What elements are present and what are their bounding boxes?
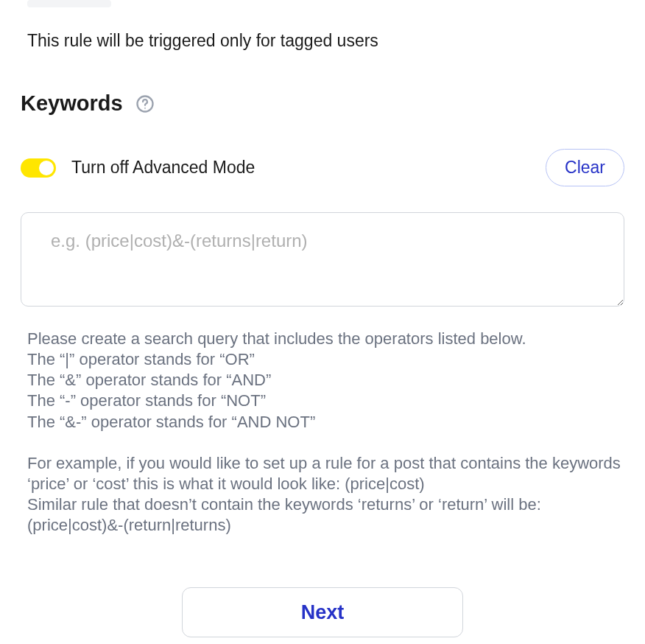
help-example-1: For example, if you would like to set up…	[27, 453, 624, 494]
next-button-wrapper: Next	[21, 587, 624, 637]
svg-point-1	[144, 107, 146, 108]
help-intro: Please create a search query that includ…	[27, 329, 624, 349]
keywords-help-text: Please create a search query that includ…	[27, 329, 624, 536]
advanced-mode-left: Turn off Advanced Mode	[21, 158, 255, 178]
keywords-title: Keywords	[21, 91, 123, 116]
advanced-mode-row: Turn off Advanced Mode Clear	[21, 149, 624, 186]
help-line-and: The “&” operator stands for “AND”	[27, 370, 624, 391]
toggle-knob	[39, 161, 54, 175]
keywords-section-header: Keywords	[21, 91, 624, 116]
clear-button[interactable]: Clear	[546, 149, 624, 186]
tag-pill	[27, 0, 111, 7]
help-line-not: The “-” operator stands for “NOT”	[27, 391, 624, 411]
help-line-andnot: The “&-” operator stands for “AND NOT”	[27, 412, 624, 433]
help-line-or: The “|” operator stands for “OR”	[27, 349, 624, 370]
advanced-mode-label: Turn off Advanced Mode	[71, 158, 255, 178]
help-icon[interactable]	[135, 94, 155, 114]
rule-description-text: This rule will be triggered only for tag…	[27, 31, 624, 51]
keywords-query-input[interactable]	[21, 212, 624, 307]
next-button[interactable]: Next	[182, 587, 463, 637]
help-example-2: Similar rule that doesn’t contain the ke…	[27, 494, 624, 536]
advanced-mode-toggle[interactable]	[21, 158, 56, 178]
